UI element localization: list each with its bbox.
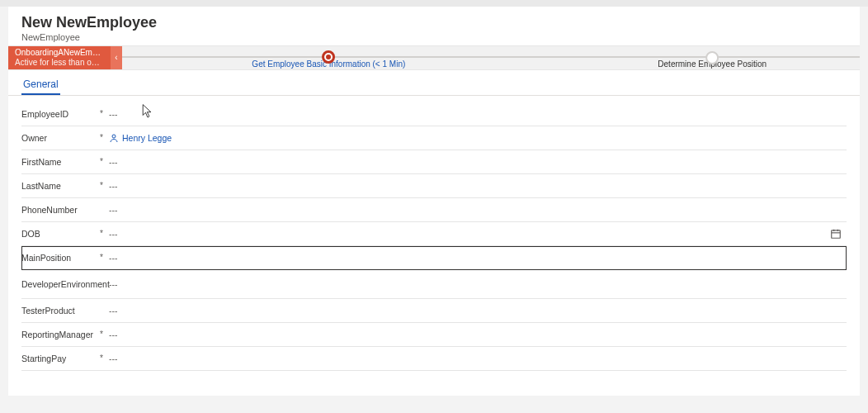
required-indicator: * — [97, 157, 106, 166]
bpf-flag-subtitle: Active for less than one mi... — [15, 58, 104, 68]
owner-link[interactable]: Henry Legge — [109, 133, 847, 143]
field-employee-id[interactable]: EmployeeID * --- — [21, 102, 847, 126]
field-label: DOB — [21, 229, 97, 239]
field-value[interactable]: --- — [106, 157, 847, 167]
field-label: MainPosition — [21, 253, 97, 263]
field-value[interactable]: --- — [106, 354, 847, 363]
bpf-stage-dot-icon — [705, 51, 719, 64]
field-value[interactable]: --- — [106, 181, 847, 191]
record-subtitle: NewEmployee — [21, 32, 847, 42]
field-dob[interactable]: DOB * --- — [21, 222, 847, 246]
bpf-collapse-button[interactable]: ‹ — [111, 46, 122, 69]
field-label: TesterProduct — [21, 306, 97, 316]
bpf-stage-time: (< 1 Min) — [373, 59, 406, 69]
calendar-icon[interactable] — [830, 228, 842, 240]
required-indicator: * — [97, 109, 106, 118]
required-indicator: * — [97, 354, 106, 363]
required-indicator: * — [97, 181, 106, 190]
field-value[interactable]: --- — [106, 205, 847, 215]
field-starting-pay[interactable]: StartingPay * --- — [21, 347, 847, 371]
field-main-position[interactable]: MainPosition * --- — [21, 246, 847, 270]
bpf-stage-basic-info[interactable]: Get Employee Basic Information (< 1 Min) — [252, 46, 405, 69]
field-value[interactable]: --- — [106, 253, 847, 263]
field-label: DeveloperEnvironment — [21, 279, 97, 289]
bpf-stage-label: Get Employee Basic Information — [252, 59, 370, 69]
required-indicator: * — [97, 133, 106, 142]
field-label: FirstName — [21, 157, 97, 167]
svg-point-0 — [112, 135, 116, 138]
field-label: StartingPay — [21, 354, 97, 363]
field-phone-number[interactable]: PhoneNumber --- — [21, 198, 847, 222]
field-reporting-manager[interactable]: ReportingManager * --- — [21, 323, 847, 347]
record-title: New NewEmployee — [21, 15, 847, 31]
chevron-left-icon: ‹ — [115, 53, 117, 62]
field-label: LastName — [21, 181, 97, 191]
form-general: EmployeeID * --- Owner * Henry Legge Fir… — [8, 96, 860, 396]
business-process-flow: OnboardingANewEmplo... Active for less t… — [8, 45, 860, 70]
field-tester-product[interactable]: TesterProduct --- — [21, 299, 847, 323]
field-value[interactable]: --- — [106, 306, 847, 316]
field-value[interactable]: --- — [106, 279, 847, 289]
field-label: EmployeeID — [21, 109, 97, 119]
owner-name: Henry Legge — [122, 133, 172, 143]
field-first-name[interactable]: FirstName * --- — [21, 150, 847, 174]
field-value[interactable]: --- — [106, 330, 847, 339]
svg-rect-1 — [832, 230, 841, 238]
required-indicator: * — [97, 253, 106, 262]
bpf-flag-title: OnboardingANewEmplo... — [15, 48, 104, 58]
required-indicator: * — [97, 330, 106, 339]
field-owner[interactable]: Owner * Henry Legge — [21, 126, 847, 150]
bpf-stage-active-dot-icon — [322, 50, 335, 64]
bpf-flag[interactable]: OnboardingANewEmplo... Active for less t… — [8, 46, 111, 69]
field-label: Owner — [21, 133, 97, 143]
person-icon — [109, 133, 119, 143]
field-label: ReportingManager — [21, 330, 97, 339]
field-label: PhoneNumber — [21, 205, 97, 215]
bpf-stage-determine-position[interactable]: Determine Employee Position — [658, 46, 767, 69]
tab-general[interactable]: General — [21, 75, 60, 95]
field-developer-environment[interactable]: DeveloperEnvironment --- — [21, 270, 847, 299]
required-indicator: * — [97, 229, 106, 238]
field-value[interactable]: --- — [106, 109, 847, 119]
field-value[interactable]: --- — [106, 229, 847, 239]
field-last-name[interactable]: LastName * --- — [21, 174, 847, 198]
